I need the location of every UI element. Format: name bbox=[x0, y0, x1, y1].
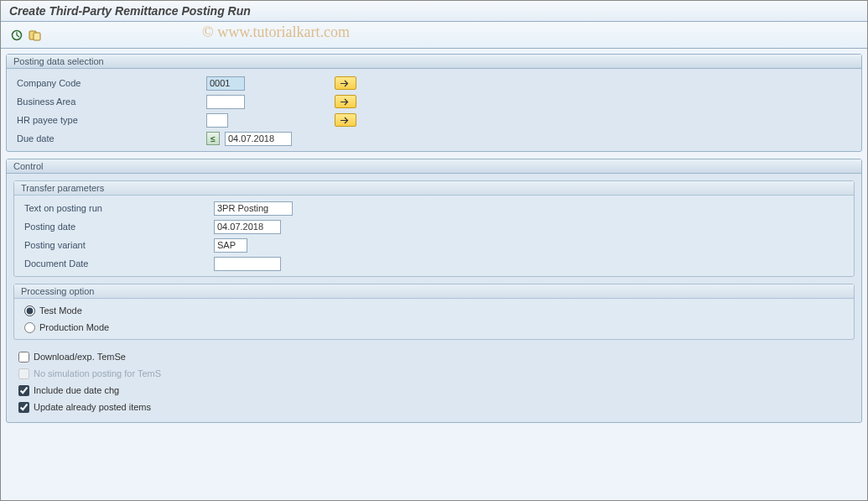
content-area: Posting data selection Company Code Busi… bbox=[1, 49, 867, 501]
group-control: Control Transfer parameters Text on post… bbox=[6, 159, 862, 423]
radio-test-mode-input[interactable] bbox=[24, 305, 35, 316]
multi-select-hr-payee-icon[interactable] bbox=[335, 113, 356, 127]
page-title: Create Third-Party Remittance Posting Ru… bbox=[1, 1, 867, 22]
check-include-due-date[interactable]: Include due date chg bbox=[15, 382, 853, 399]
check-no-sim-posting-input bbox=[18, 368, 29, 379]
label-document-date: Document Date bbox=[21, 258, 214, 269]
label-text-on-posting-run: Text on posting run bbox=[21, 203, 214, 213]
radio-production-mode-label: Production Mode bbox=[39, 322, 109, 332]
check-no-sim-posting: No simulation posting for TemS bbox=[15, 365, 853, 382]
check-download-temse-input[interactable] bbox=[18, 352, 29, 363]
svg-rect-4 bbox=[34, 33, 40, 40]
due-date-input[interactable] bbox=[225, 132, 292, 146]
group-transfer-parameters: Transfer parameters Text on posting run … bbox=[13, 180, 855, 277]
label-due-date: Due date bbox=[13, 133, 206, 144]
check-update-posted-input[interactable] bbox=[18, 402, 29, 413]
multi-select-business-area-icon[interactable] bbox=[335, 95, 356, 108]
check-include-due-date-label: Include due date chg bbox=[34, 385, 119, 395]
label-business-area: Business Area bbox=[13, 97, 206, 107]
variant-icon[interactable] bbox=[28, 28, 43, 43]
check-download-temse-label: Download/exp. TemSe bbox=[34, 352, 126, 362]
posting-date-input[interactable] bbox=[214, 220, 281, 234]
checkbox-block: Download/exp. TemSe No simulation postin… bbox=[13, 347, 855, 419]
toolbar: © www.tutorialkart.com bbox=[1, 22, 867, 49]
label-posting-date: Posting date bbox=[21, 222, 214, 232]
radio-test-mode-label: Test Mode bbox=[39, 305, 82, 316]
label-posting-variant: Posting variant bbox=[21, 240, 214, 250]
watermark: © www.tutorialkart.com bbox=[202, 23, 350, 41]
text-on-posting-run-input[interactable] bbox=[214, 201, 293, 216]
execute-icon[interactable] bbox=[9, 28, 24, 43]
group-title-posting-data: Posting data selection bbox=[7, 55, 861, 69]
check-include-due-date-input[interactable] bbox=[18, 385, 29, 396]
business-area-input[interactable] bbox=[206, 95, 245, 109]
hr-payee-type-input[interactable] bbox=[206, 113, 228, 128]
check-update-posted-label: Update already posted items bbox=[34, 402, 151, 412]
radio-production-mode[interactable]: Production Mode bbox=[21, 319, 847, 336]
check-no-sim-posting-label: No simulation posting for TemS bbox=[34, 368, 161, 378]
multi-select-company-code-icon[interactable] bbox=[335, 76, 356, 90]
check-download-temse[interactable]: Download/exp. TemSe bbox=[15, 348, 853, 365]
svg-line-2 bbox=[17, 35, 19, 37]
group-title-transfer: Transfer parameters bbox=[14, 181, 854, 196]
radio-test-mode[interactable]: Test Mode bbox=[21, 302, 847, 319]
label-hr-payee-type: HR payee type bbox=[13, 115, 206, 125]
check-update-posted[interactable]: Update already posted items bbox=[15, 399, 853, 415]
posting-variant-input[interactable] bbox=[214, 238, 247, 253]
group-posting-data: Posting data selection Company Code Busi… bbox=[6, 54, 862, 152]
label-company-code: Company Code bbox=[13, 78, 206, 88]
document-date-input[interactable] bbox=[214, 257, 281, 271]
group-title-control: Control bbox=[7, 159, 861, 174]
due-date-operator-button[interactable]: ≤ bbox=[206, 132, 220, 145]
group-title-processing: Processing option bbox=[14, 284, 854, 299]
group-processing-option: Processing option Test Mode Production M… bbox=[13, 284, 855, 340]
radio-production-mode-input[interactable] bbox=[24, 322, 35, 333]
company-code-input[interactable] bbox=[206, 76, 245, 91]
